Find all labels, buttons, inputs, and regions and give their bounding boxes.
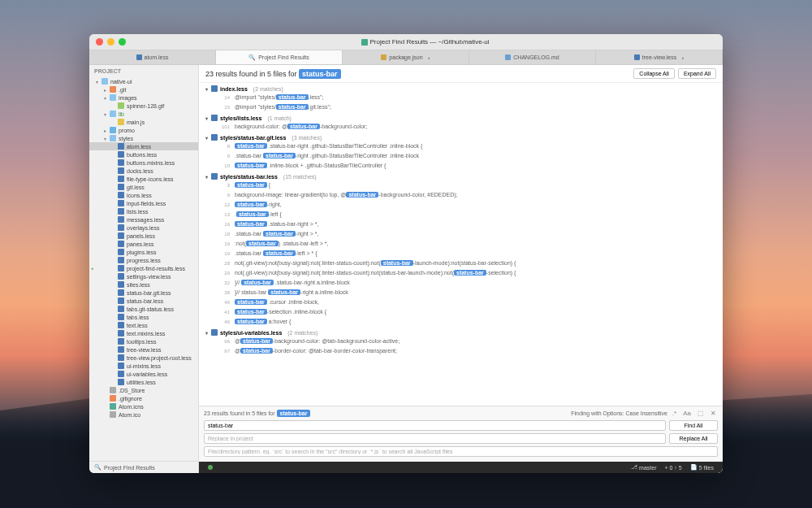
result-line[interactable]: 16status-bar .status-bar-right > *,	[199, 219, 723, 229]
git-diff[interactable]: + 0 ↑ 5	[660, 464, 685, 471]
tree-node[interactable]: Atom.icns	[89, 402, 198, 410]
tree-node[interactable]: settings-view.less	[89, 272, 198, 280]
tree-node[interactable]: .DS_Store	[89, 386, 198, 394]
tree-node[interactable]: tooltips.less	[89, 337, 198, 345]
tree-node[interactable]: tabs.less	[89, 313, 198, 321]
less-icon	[118, 151, 124, 158]
result-line[interactable]: 29not(.git-view):not(busy-signal):not(.l…	[199, 268, 723, 278]
tree-node[interactable]: spinner-128.gif	[89, 102, 198, 110]
result-line[interactable]: 13.status-bar-left {	[199, 210, 723, 219]
result-line[interactable]: 46status-bar a:hover {	[199, 317, 723, 327]
tree-node[interactable]: docks.less	[89, 167, 198, 175]
tree-node[interactable]: ui-variables.less	[89, 370, 198, 378]
tree-node[interactable]: project-find-results.less	[89, 264, 198, 272]
expand-all-button[interactable]: Expand All	[678, 68, 716, 79]
tree-node[interactable]: tree-view.project-root.less	[89, 354, 198, 362]
tree-node[interactable]: text.less	[89, 321, 198, 329]
tree-node[interactable]: Atom.ico	[89, 410, 198, 419]
tree-node[interactable]: panes.less	[89, 240, 198, 248]
file-tree[interactable]: ▾native-ui▸.git▾imagesspinner-128.gif▾li…	[89, 77, 198, 461]
git-files[interactable]: 📄5 files	[686, 464, 718, 471]
file-icon	[634, 54, 640, 60]
result-line[interactable]: 12status-bar-right,	[199, 200, 723, 210]
tree-node[interactable]: text.mixins.less	[89, 329, 198, 337]
search-input[interactable]	[204, 420, 666, 431]
tree-node[interactable]: ui-mixins.less	[89, 362, 198, 370]
tree-node[interactable]: messages.less	[89, 215, 198, 224]
tree-node[interactable]: status-bar.git.less	[89, 289, 198, 297]
result-line[interactable]: 28not(.git-view):not(busy-signal):not(.l…	[199, 258, 723, 268]
less-icon	[118, 232, 124, 239]
result-line[interactable]: 18.status-bar status-bar-right > *,	[199, 229, 723, 239]
tree-node[interactable]: sites.less	[89, 280, 198, 289]
result-file-header[interactable]: ▾styles/status-bar.git.less(3 matches)	[199, 133, 723, 141]
minimize-icon[interactable]	[107, 38, 114, 46]
result-line[interactable]: 38}// status-bar status-bar-right a.inli…	[199, 288, 723, 297]
replace-input[interactable]	[204, 433, 666, 444]
tree-node[interactable]: status-bar.less	[89, 297, 198, 305]
tree-node[interactable]: buttons.mixins.less	[89, 158, 198, 167]
find-all-button[interactable]: Find All	[669, 420, 718, 431]
result-line[interactable]: 41status-bar-selection .inline-block {	[199, 307, 723, 317]
close-icon[interactable]	[96, 38, 103, 46]
sidebar-footer[interactable]: 🔍 Project Find Results	[89, 461, 198, 473]
tree-node[interactable]: lists.less	[89, 207, 198, 215]
regex-icon[interactable]: .*	[671, 409, 678, 418]
tree-node[interactable]: ▾native-ui	[89, 77, 198, 85]
result-file-header[interactable]: ▾styles/ui-variables.less(2 matches)	[199, 328, 723, 336]
result-line[interactable]: 15@import "styles/status-bar.git.less";	[199, 102, 723, 112]
tree-node[interactable]: buttons.less	[89, 150, 198, 158]
tree-node[interactable]: ▸promo	[89, 126, 198, 134]
tree-node[interactable]: main.js	[89, 118, 198, 126]
tree-node[interactable]: .gitignore	[89, 394, 198, 402]
tab-project-find-results[interactable]: 🔍Project Find Results	[216, 50, 343, 64]
tree-node[interactable]: ▾images	[89, 93, 198, 102]
result-line[interactable]: 8status-bar .status-bar-right .github-St…	[199, 141, 723, 151]
git-branch[interactable]: ⎇master	[627, 464, 660, 471]
gif-icon	[118, 102, 124, 109]
result-line[interactable]: 32}// status-bar .status-bar-right a.inl…	[199, 278, 723, 288]
chevron-down-icon: ▾	[204, 330, 209, 336]
tree-node[interactable]: tree-view.less	[89, 345, 198, 354]
result-line[interactable]: 19.status-bar status-bar-left > * {	[199, 249, 723, 258]
replace-all-button[interactable]: Replace All	[669, 433, 718, 444]
tree-node[interactable]: tabs.git-status.less	[89, 305, 198, 313]
maximize-icon[interactable]	[119, 38, 126, 46]
whole-word-icon[interactable]: ⬚	[696, 409, 706, 418]
tab-package-json[interactable]: package.json	[343, 50, 469, 64]
path-filter-input[interactable]	[204, 446, 718, 457]
tree-node[interactable]: ▾styles	[89, 134, 198, 142]
tree-node[interactable]: progress.less	[89, 256, 198, 264]
tree-node[interactable]: input-fields.less	[89, 199, 198, 207]
result-file-header[interactable]: ▾styles/lists.less(1 match)	[199, 114, 723, 122]
result-file-header[interactable]: ▾styles/status-bar.less(15 matches)	[199, 172, 723, 180]
tree-node[interactable]: icons.less	[89, 191, 198, 199]
tree-node[interactable]: atom.less	[89, 142, 198, 150]
tree-node[interactable]: utilities.less	[89, 378, 198, 386]
case-icon[interactable]: Aa	[681, 409, 693, 418]
result-line[interactable]: 97@status-bar-border-color: @tab-bar-bor…	[199, 346, 723, 356]
result-line[interactable]: 3status-bar {	[199, 180, 723, 190]
result-line[interactable]: 14@import "styles/status-bar.less";	[199, 93, 723, 102]
tree-node[interactable]: overlays.less	[89, 224, 198, 232]
result-line[interactable]: 9background-image: linear-gradient(to to…	[199, 190, 723, 200]
tab-tree-view-less[interactable]: tree-view.less	[596, 50, 723, 64]
result-file-header[interactable]: ▾index.less(2 matches)	[199, 85, 723, 93]
tree-node[interactable]: file-type-icons.less	[89, 175, 198, 183]
tree-node[interactable]: git.less	[89, 183, 198, 191]
tree-node[interactable]: ▸.git	[89, 85, 198, 93]
tree-node[interactable]: ▾lib	[89, 110, 198, 118]
collapse-all-button[interactable]: Collapse All	[633, 68, 675, 79]
result-line[interactable]: 96@status-bar-background-color: @tab-bac…	[199, 336, 723, 346]
tab-changelog-md[interactable]: CHANGELOG.md	[469, 50, 596, 64]
results-list[interactable]: ▾index.less(2 matches)14@import "styles/…	[199, 83, 723, 406]
result-line[interactable]: 10status-bar .inline-block + .github-Sta…	[199, 161, 723, 171]
tree-node[interactable]: panels.less	[89, 232, 198, 240]
close-icon[interactable]: ✕	[709, 409, 718, 418]
tab-atom-less[interactable]: atom.less	[89, 50, 216, 64]
result-line[interactable]: 40status-bar .cursor .inline-block,	[199, 297, 723, 307]
result-line[interactable]: 101background-color: @status-bar-backgro…	[199, 122, 723, 132]
result-line[interactable]: 19:not(status-bar) .status-bar-left > *,	[199, 239, 723, 249]
tree-node[interactable]: plugins.less	[89, 248, 198, 256]
result-line[interactable]: 9.status-bar status-bar-right .github-St…	[199, 151, 723, 161]
